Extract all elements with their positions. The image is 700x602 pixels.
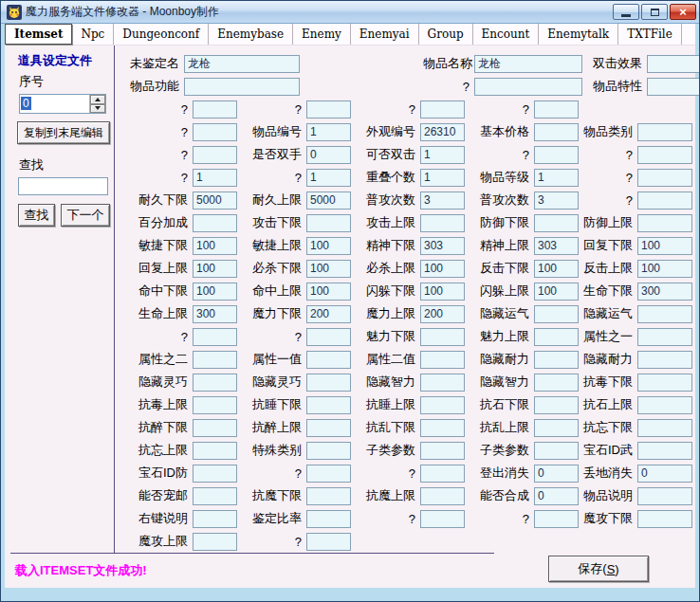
field-input[interactable] bbox=[637, 487, 692, 505]
field-input[interactable] bbox=[193, 169, 237, 187]
tab-npc[interactable]: Npc bbox=[72, 24, 114, 45]
field-input[interactable] bbox=[420, 100, 465, 119]
field-input[interactable] bbox=[306, 374, 351, 392]
field-input[interactable] bbox=[420, 192, 465, 210]
tab-itemset[interactable]: Itemset bbox=[5, 24, 72, 45]
field-input[interactable] bbox=[637, 419, 692, 437]
field-input[interactable] bbox=[306, 305, 351, 323]
field-input[interactable] bbox=[193, 305, 237, 323]
field-input[interactable] bbox=[534, 100, 579, 119]
field-input[interactable] bbox=[637, 396, 692, 414]
field-input[interactable] bbox=[193, 351, 237, 369]
field-input[interactable] bbox=[534, 260, 579, 278]
field-input[interactable] bbox=[306, 510, 351, 528]
field-input[interactable] bbox=[193, 442, 237, 460]
field-input[interactable] bbox=[647, 78, 700, 96]
field-input[interactable] bbox=[306, 169, 351, 187]
field-input[interactable] bbox=[193, 123, 237, 141]
close-button[interactable]: × bbox=[670, 4, 696, 20]
field-input[interactable] bbox=[637, 192, 692, 210]
field-input[interactable] bbox=[306, 533, 351, 551]
tab-encount[interactable]: Encount bbox=[473, 24, 540, 45]
field-input[interactable] bbox=[420, 305, 465, 323]
field-input[interactable] bbox=[420, 374, 465, 392]
field-input[interactable] bbox=[193, 396, 237, 414]
field-input[interactable] bbox=[184, 55, 300, 73]
field-input[interactable] bbox=[420, 169, 465, 187]
field-input[interactable] bbox=[637, 465, 692, 483]
field-input[interactable] bbox=[306, 419, 351, 437]
title-bar[interactable]: 魔力服务端文件修改器 - Moonboy制作 × bbox=[1, 1, 699, 24]
field-input[interactable] bbox=[306, 237, 351, 255]
field-input[interactable] bbox=[637, 123, 692, 141]
field-input[interactable] bbox=[306, 328, 351, 346]
field-input[interactable] bbox=[420, 237, 465, 255]
field-input[interactable] bbox=[534, 305, 579, 323]
field-input[interactable] bbox=[534, 465, 579, 483]
field-input[interactable] bbox=[420, 123, 465, 141]
field-input[interactable] bbox=[534, 237, 579, 255]
next-button[interactable]: 下一个 bbox=[61, 204, 110, 227]
field-input[interactable] bbox=[306, 351, 351, 369]
field-input[interactable] bbox=[637, 305, 692, 323]
field-input[interactable] bbox=[534, 328, 579, 346]
field-input[interactable] bbox=[420, 442, 465, 460]
tab-enemybase[interactable]: Enemybase bbox=[209, 24, 293, 45]
tab-enemyai[interactable]: Enemyai bbox=[351, 24, 419, 45]
field-input[interactable] bbox=[306, 192, 351, 210]
field-input[interactable] bbox=[534, 214, 579, 232]
field-input[interactable] bbox=[534, 487, 579, 505]
field-input[interactable] bbox=[306, 260, 351, 278]
field-input[interactable] bbox=[637, 510, 692, 528]
field-input[interactable] bbox=[420, 146, 465, 164]
tab-enemytalk[interactable]: Enemytalk bbox=[539, 24, 618, 45]
field-input[interactable] bbox=[637, 260, 692, 278]
field-input[interactable] bbox=[534, 374, 579, 392]
search-button[interactable]: 查找 bbox=[18, 204, 55, 227]
field-input[interactable] bbox=[534, 396, 579, 414]
field-input[interactable] bbox=[637, 374, 692, 392]
field-input[interactable] bbox=[193, 283, 237, 301]
field-input[interactable] bbox=[306, 283, 351, 301]
field-input[interactable] bbox=[534, 442, 579, 460]
field-input[interactable] bbox=[306, 123, 351, 141]
tab-enemy[interactable]: Enemy bbox=[293, 24, 351, 45]
minimize-button[interactable] bbox=[613, 4, 639, 20]
tab-dungeonconf[interactable]: Dungeonconf bbox=[114, 24, 209, 45]
field-input[interactable] bbox=[534, 283, 579, 301]
search-input[interactable] bbox=[18, 177, 108, 195]
field-input[interactable] bbox=[420, 328, 465, 346]
field-input[interactable] bbox=[193, 374, 237, 392]
field-input[interactable] bbox=[193, 419, 237, 437]
field-input[interactable] bbox=[193, 328, 237, 346]
field-input[interactable] bbox=[306, 396, 351, 414]
field-input[interactable] bbox=[637, 283, 692, 301]
field-input[interactable] bbox=[534, 510, 579, 528]
field-input[interactable] bbox=[647, 55, 700, 73]
field-input[interactable] bbox=[193, 214, 237, 232]
field-input[interactable] bbox=[534, 123, 579, 141]
field-input[interactable] bbox=[420, 396, 465, 414]
field-input[interactable] bbox=[306, 214, 351, 232]
field-input[interactable] bbox=[420, 510, 465, 528]
spin-down-button[interactable] bbox=[90, 104, 105, 114]
field-input[interactable] bbox=[474, 78, 582, 96]
serial-spinner[interactable]: 0 bbox=[19, 94, 106, 114]
field-input[interactable] bbox=[193, 510, 237, 528]
field-input[interactable] bbox=[637, 351, 692, 369]
field-input[interactable] bbox=[420, 351, 465, 369]
field-input[interactable] bbox=[637, 214, 692, 232]
field-input[interactable] bbox=[193, 146, 237, 164]
field-input[interactable] bbox=[306, 442, 351, 460]
field-input[interactable] bbox=[534, 351, 579, 369]
field-input[interactable] bbox=[306, 465, 351, 483]
field-input[interactable] bbox=[306, 100, 351, 119]
tab-group[interactable]: Group bbox=[419, 24, 473, 45]
save-button[interactable]: 保存(S) bbox=[548, 556, 649, 582]
field-input[interactable] bbox=[474, 55, 582, 73]
spin-up-button[interactable] bbox=[90, 95, 105, 104]
field-input[interactable] bbox=[637, 442, 692, 460]
field-input[interactable] bbox=[637, 169, 692, 187]
field-input[interactable] bbox=[193, 100, 237, 119]
field-input[interactable] bbox=[420, 283, 465, 301]
